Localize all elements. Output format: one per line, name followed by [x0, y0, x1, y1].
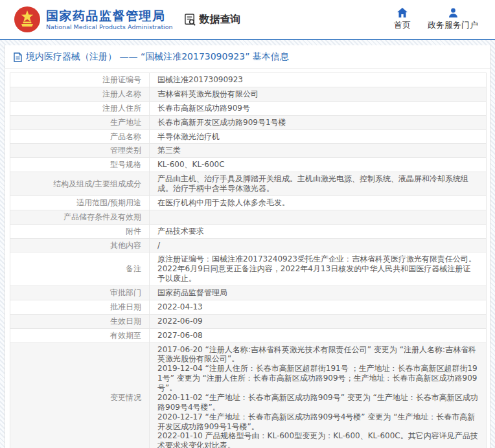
- table-row: 注册人名称吉林省科英激光股份有限公司: [10, 87, 487, 101]
- table-row: 备注原注册证编号：国械注准20173240923受托生产企业：吉林省科英医疗激光…: [10, 252, 487, 286]
- field-label: 有效期至: [10, 328, 150, 342]
- field-value: 2022-06-09: [150, 314, 487, 328]
- top-navigation: 首页 政务服务门户: [394, 8, 481, 31]
- table-row: 管理类别第三类: [10, 144, 487, 158]
- field-value: 2022-04-13: [150, 300, 487, 314]
- field-value: 国械注准20173090923: [150, 73, 487, 87]
- field-label: 批准日期: [10, 300, 150, 314]
- field-label: 注册人名称: [10, 87, 150, 101]
- field-label: 注册人住所: [10, 101, 150, 115]
- document-icon: [14, 52, 22, 62]
- table-row: 审批部门国家药品监督管理局: [10, 286, 487, 300]
- field-value: 长春市高新区成功路909号: [150, 101, 487, 115]
- brand-block: 国家药品监督管理局 National Medical Products Admi…: [46, 8, 173, 31]
- table-row: 有效期至2027-06-08: [10, 328, 487, 342]
- nav-service-portal[interactable]: 政务服务门户: [428, 8, 478, 31]
- field-value: 第三类: [150, 144, 487, 158]
- field-value: 国家药品监督管理局: [150, 286, 487, 300]
- table-row: 生产地址长春市高新开发区成功路909号1号楼: [10, 115, 487, 129]
- field-label: 其他内容: [10, 238, 150, 252]
- table-row: 注册证编号国械注准20173090923: [10, 73, 487, 87]
- table-row: 批准日期2022-04-13: [10, 300, 487, 314]
- change-history-value: 2017-06-20 “注册人名称:吉林省科英激光技术有限责任公司” 变更为 “…: [150, 342, 487, 448]
- table-row: 生效日期2022-06-09: [10, 314, 487, 328]
- field-label: 型号规格: [10, 158, 150, 172]
- field-value: /: [150, 238, 487, 252]
- table-row: 型号规格KL-600、KL-600C: [10, 158, 487, 172]
- field-value: 产品技术要求: [150, 224, 487, 238]
- nav-home[interactable]: 首页: [394, 8, 411, 31]
- table-row: 附件产品技术要求: [10, 224, 487, 238]
- field-label: 审批部门: [10, 286, 150, 300]
- field-label: 变更情况: [10, 342, 150, 448]
- user-icon: [448, 8, 458, 17]
- nav-service-portal-label: 政务服务门户: [428, 19, 478, 31]
- home-icon: [397, 8, 408, 17]
- field-label: 生效日期: [10, 314, 150, 328]
- table-row-change-history: 变更情况2017-06-20 “注册人名称:吉林省科英激光技术有限责任公司” 变…: [10, 342, 487, 448]
- field-value: 长春市高新开发区成功路909号1号楼: [150, 115, 487, 129]
- table-row: 产品名称半导体激光治疗机: [10, 129, 487, 144]
- field-value: 产品由主机、治疗手具及脚踏开关组成。主机由激光电源、控制系统、液晶屏和冷却系统组…: [150, 172, 487, 196]
- table-row: 产品储存条件及有效期: [10, 210, 487, 224]
- field-value: 2027-06-08: [150, 328, 487, 342]
- page-background: 境内医疗器械（注册） —— “国械注准20173090923” 基本信息 注册证…: [0, 40, 495, 448]
- field-label: 备注: [10, 252, 150, 286]
- field-value: 半导体激光治疗机: [150, 129, 487, 144]
- table-row: 结构及组成/主要组成成分产品由主机、治疗手具及脚踏开关组成。主机由激光电源、控制…: [10, 172, 487, 196]
- field-label: 生产地址: [10, 115, 150, 129]
- field-value: [150, 210, 487, 224]
- field-value: 原注册证编号：国械注准20173240923受托生产企业：吉林省科英医疗激光有限…: [150, 252, 487, 286]
- field-label: 产品名称: [10, 129, 150, 144]
- site-header: 国家药品监督管理局 National Medical Products Admi…: [0, 0, 495, 40]
- field-label: 附件: [10, 224, 150, 238]
- agency-title: 国家药品监督管理局: [46, 8, 173, 23]
- page-title: 境内医疗器械（注册） —— “国械注准20173090923” 基本信息: [26, 51, 289, 63]
- agency-subtitle: National Medical Products Administration: [46, 23, 173, 31]
- data-query-button[interactable]: 数据查询: [183, 13, 241, 27]
- breadcrumb: 境内医疗器械（注册） —— “国械注准20173090923” 基本信息: [5, 45, 490, 69]
- field-label: 注册证编号: [10, 73, 150, 87]
- field-label: 结构及组成/主要组成成分: [10, 172, 150, 196]
- field-label: 管理类别: [10, 144, 150, 158]
- field-label: 适用范围/预期用途: [10, 196, 150, 210]
- field-value: 在医疗机构中用于去除人体多余毛发。: [150, 196, 487, 210]
- document-search-icon: [183, 13, 197, 27]
- nav-home-label: 首页: [394, 19, 411, 31]
- table-row: 注册人住所长春市高新区成功路909号: [10, 101, 487, 115]
- registration-info-table: 注册证编号国械注准20173090923 注册人名称吉林省科英激光股份有限公司 …: [10, 73, 487, 448]
- table-row: 适用范围/预期用途在医疗机构中用于去除人体多余毛发。: [10, 196, 487, 210]
- field-value: KL-600、KL-600C: [150, 158, 487, 172]
- table-row: 其他内容/: [10, 238, 487, 252]
- data-query-label: 数据查询: [200, 13, 241, 27]
- national-emblem-icon: [14, 6, 40, 32]
- field-value: 吉林省科英激光股份有限公司: [150, 87, 487, 101]
- content-card: 境内医疗器械（注册） —— “国械注准20173090923” 基本信息 注册证…: [5, 45, 490, 448]
- field-label: 产品储存条件及有效期: [10, 210, 150, 224]
